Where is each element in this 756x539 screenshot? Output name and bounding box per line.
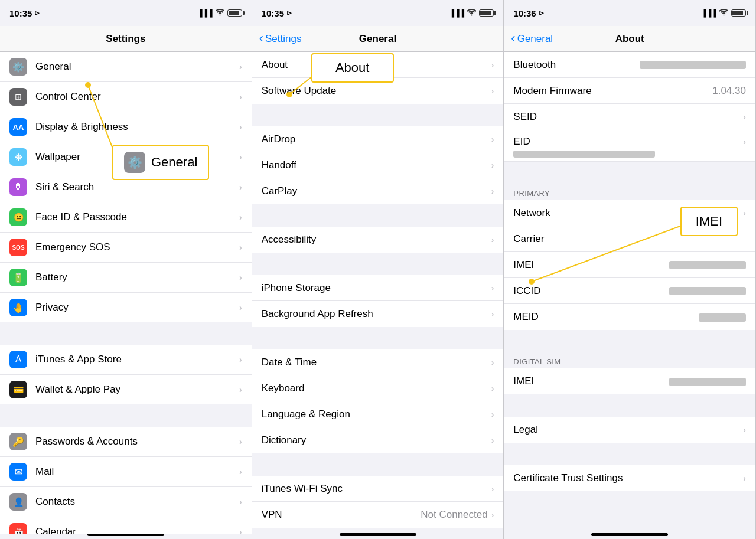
settings-item-display[interactable]: AA Display & Brightness › [0,112,252,142]
settings-item-mail[interactable]: ✉ Mail › [0,457,252,487]
settings-item-sos[interactable]: SOS Emergency SOS › [0,233,252,263]
control-center-label: Control Center [35,91,239,103]
about-item-eid[interactable]: EID › [504,130,755,162]
about-item-network[interactable]: Network › [504,200,755,226]
display-icon: AA [9,118,27,136]
passwords-label: Passwords & Accounts [35,436,239,447]
general-item-language[interactable]: Language & Region › [252,401,504,427]
general-item-accessibility[interactable]: Accessibility › [252,227,504,253]
chevron-icon: › [743,137,746,146]
settings-item-passwords[interactable]: 🔑 Passwords & Accounts › [0,427,252,457]
chevron-icon: › [491,187,494,196]
general-item-dictionary[interactable]: Dictionary › [252,427,504,453]
back-chevron-icon: ‹ [511,32,515,45]
divider-g3 [252,254,504,275]
language-label: Language & Region [262,409,491,420]
general-label: General [35,61,239,73]
general-list[interactable]: About › Software Update › AirDrop › Hand… [252,52,504,534]
settings-group-1: ⚙️ General › ⊞ Control Center › AA Displ… [0,52,252,322]
divider-2 [0,406,252,427]
general-group-6: iTunes Wi-Fi Sync › VPN Not Connected › [252,476,504,528]
calendar-label: Calendar [35,526,239,534]
about-item-legal[interactable]: Legal › [504,417,755,443]
settings-item-wallet[interactable]: 💳 Wallet & Apple Pay › [0,375,252,404]
general-item-about[interactable]: About › [252,52,504,78]
chevron-icon: › [491,86,494,96]
back-to-settings[interactable]: ‹ Settings [259,33,302,45]
settings-group-2: A iTunes & App Store › 💳 Wallet & Apple … [0,345,252,404]
chevron-icon: › [239,62,242,71]
status-bar-3: 10:36 ⊳ ▐▐▐ [504,0,755,26]
chevron-icon: › [239,355,242,364]
general-item-bg-refresh[interactable]: Background App Refresh › [252,301,504,327]
about-group-6: Certificate Trust Settings › [504,465,755,491]
divider-g5 [252,455,504,476]
about-panel: 10:36 ⊳ ▐▐▐ ‹ General About Bluetooth [504,0,756,539]
chevron-icon: › [491,510,494,520]
general-icon: ⚙️ [9,58,27,76]
general-item-keyboard[interactable]: Keyboard › [252,375,504,401]
settings-item-faceid[interactable]: 😐 Face ID & Passcode › [0,202,252,233]
keyboard-label: Keyboard [262,383,491,394]
general-group-5: Date & Time › Keyboard › Language & Regi… [252,349,504,453]
back-to-general[interactable]: ‹ General [511,33,553,45]
settings-item-itunes[interactable]: A iTunes & App Store › [0,345,252,375]
general-item-itunes-sync[interactable]: iTunes Wi-Fi Sync › [252,476,504,502]
digital-sim-header: DIGITAL SIM [504,352,755,368]
chevron-icon: › [239,152,242,162]
chevron-icon: › [743,425,746,435]
control-center-icon: ⊞ [9,88,27,106]
general-item-handoff[interactable]: Handoff › [252,152,504,178]
chevron-icon: › [239,527,242,534]
home-indicator-2 [252,534,504,539]
about-item-cert-trust[interactable]: Certificate Trust Settings › [504,465,755,491]
chevron-icon: › [743,473,746,483]
settings-item-calendar[interactable]: 📅 Calendar › [0,517,252,534]
chevron-icon: › [239,243,242,252]
divider-a1 [504,163,755,184]
about-list[interactable]: Bluetooth Modem Firmware 1.04.30 SEID › … [504,52,755,534]
settings-item-siri[interactable]: 🎙 Siri & Search › [0,172,252,202]
general-item-software-update[interactable]: Software Update › [252,78,504,104]
settings-item-wallpaper[interactable]: ❋ Wallpaper › [0,142,252,172]
about-item-seid[interactable]: SEID › [504,104,755,130]
iphone-storage-label: iPhone Storage [262,282,491,294]
privacy-icon: 🤚 [9,299,27,316]
about-nav-title: About [615,33,644,45]
chevron-icon: › [743,112,746,122]
settings-group-3: 🔑 Passwords & Accounts › ✉ Mail › 👤 Cont… [0,427,252,534]
imei-digital-label: IMEI [513,375,669,387]
general-item-iphone-storage[interactable]: iPhone Storage › [252,275,504,301]
sos-icon: SOS [9,239,27,256]
settings-item-privacy[interactable]: 🤚 Privacy › [0,293,252,322]
status-icons-1: ▐▐▐ [197,9,242,18]
divider-a2 [504,331,755,352]
chevron-icon: › [239,92,242,102]
general-item-airdrop[interactable]: AirDrop › [252,126,504,152]
about-item-bluetooth[interactable]: Bluetooth [504,52,755,78]
wifi-icon [467,9,476,18]
general-item-date-time[interactable]: Date & Time › [252,349,504,375]
chevron-icon: › [239,273,242,282]
modem-firmware-value: 1.04.30 [712,85,746,97]
imei-digital-value [669,375,746,387]
general-item-carplay[interactable]: CarPlay › [252,178,504,204]
about-group-1: Bluetooth Modem Firmware 1.04.30 SEID › … [504,52,755,162]
general-item-vpn[interactable]: VPN Not Connected › [252,502,504,528]
settings-item-contacts[interactable]: 👤 Contacts › [0,487,252,517]
about-group-4: IMEI [504,368,755,394]
status-time-2: 10:35 ⊳ [262,8,292,18]
network-label: Network [513,207,743,219]
legal-label: Legal [513,424,743,436]
carplay-label: CarPlay [262,185,491,197]
settings-list[interactable]: ⚙️ General › ⊞ Control Center › AA Displ… [0,52,252,534]
settings-item-control-center[interactable]: ⊞ Control Center › [0,82,252,112]
about-group-5: Legal › [504,417,755,443]
settings-item-battery[interactable]: 🔋 Battery › [0,263,252,293]
settings-item-general[interactable]: ⚙️ General › [0,52,252,82]
vpn-label: VPN [262,509,421,521]
software-update-label: Software Update [262,85,491,97]
siri-icon: 🎙 [9,178,27,196]
mail-label: Mail [35,466,239,478]
chevron-icon: › [491,436,494,445]
